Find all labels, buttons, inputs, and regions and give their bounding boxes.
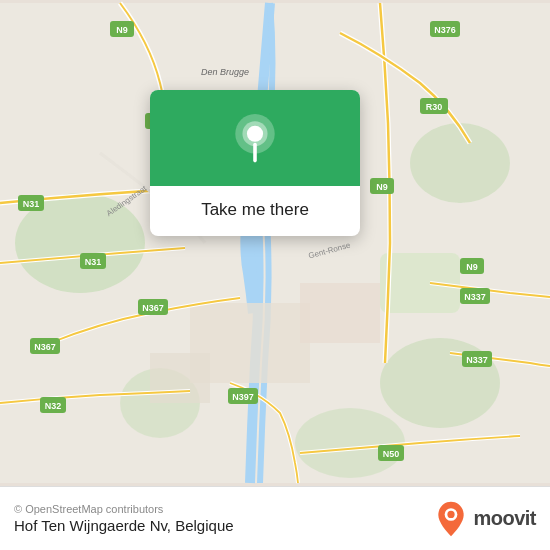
svg-text:N31: N31	[85, 257, 102, 267]
svg-text:N376: N376	[434, 25, 456, 35]
take-me-there-button[interactable]: Take me there	[201, 198, 309, 222]
popup-white-section: Take me there	[150, 186, 360, 236]
svg-text:N9: N9	[466, 262, 478, 272]
svg-text:N337: N337	[464, 292, 486, 302]
svg-rect-5	[380, 253, 460, 313]
svg-text:N31: N31	[23, 199, 40, 209]
map-background: N9 N9 N9 N376 R30 N31 N31 N367 N	[0, 0, 550, 486]
svg-point-3	[410, 123, 510, 203]
svg-text:N32: N32	[45, 401, 62, 411]
svg-text:N50: N50	[383, 449, 400, 459]
svg-text:Den Brugge: Den Brugge	[201, 67, 249, 77]
moovit-pin-icon	[435, 500, 467, 538]
moovit-logo: moovit	[435, 500, 536, 538]
svg-text:N367: N367	[142, 303, 164, 313]
svg-text:N337: N337	[466, 355, 488, 365]
bottom-bar: © OpenStreetMap contributors Hof Ten Wij…	[0, 486, 550, 550]
location-popup: Take me there	[150, 90, 360, 236]
svg-text:R30: R30	[426, 102, 443, 112]
location-name: Hof Ten Wijngaerde Nv, Belgique	[14, 517, 234, 534]
svg-text:N367: N367	[34, 342, 56, 352]
svg-point-45	[247, 126, 263, 142]
svg-text:N397: N397	[232, 392, 254, 402]
svg-point-47	[448, 510, 455, 517]
svg-rect-9	[150, 353, 210, 403]
app: N9 N9 N9 N376 R30 N31 N31 N367 N	[0, 0, 550, 550]
copyright-text: © OpenStreetMap contributors	[14, 503, 234, 515]
map-container[interactable]: N9 N9 N9 N376 R30 N31 N31 N367 N	[0, 0, 550, 486]
svg-rect-8	[300, 283, 380, 343]
svg-text:N9: N9	[376, 182, 388, 192]
location-pin-icon	[229, 114, 281, 166]
svg-text:N9: N9	[116, 25, 128, 35]
svg-point-6	[295, 408, 405, 478]
bottom-left: © OpenStreetMap contributors Hof Ten Wij…	[14, 503, 234, 534]
moovit-text: moovit	[473, 507, 536, 530]
popup-green-section	[150, 90, 360, 186]
